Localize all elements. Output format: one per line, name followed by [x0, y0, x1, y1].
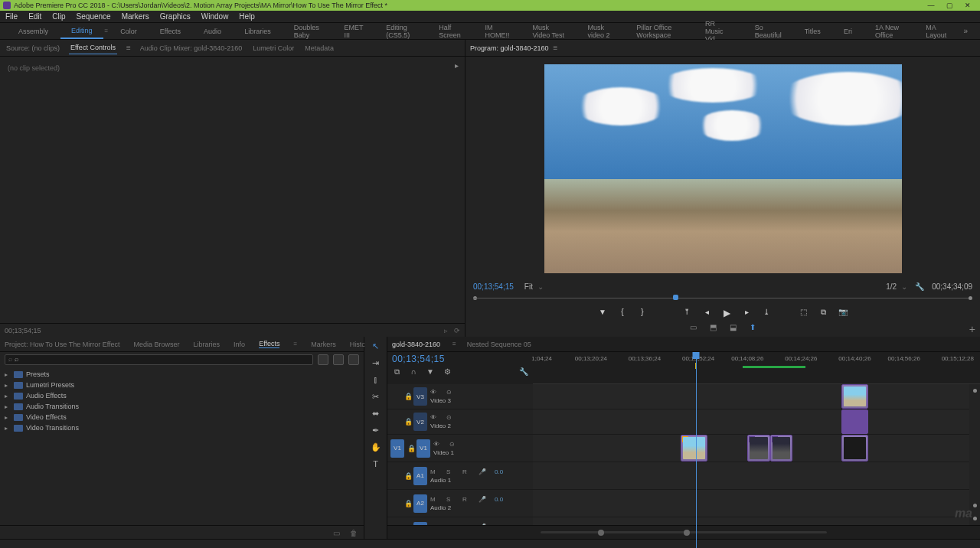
tab-markers-2[interactable]: Markers — [311, 341, 336, 348]
go-to-in-button[interactable]: ⤒ — [681, 308, 692, 318]
workspace-assembly[interactable]: Assembly — [8, 24, 59, 38]
maximize-button[interactable]: ▢ — [940, 2, 959, 9]
program-timecode[interactable]: 00;13;54;15 — [473, 282, 514, 291]
source-patch-v1[interactable]: V1 — [390, 439, 404, 458]
workspace-custom-4[interactable]: Half Screen — [428, 21, 472, 42]
lane-a2[interactable] — [533, 490, 980, 517]
mute-icon[interactable]: M — [430, 496, 439, 503]
solo-icon[interactable]: S — [446, 496, 456, 503]
lift-button[interactable]: ⬚ — [798, 308, 808, 318]
program-tab-menu-icon[interactable]: ≡ — [554, 44, 558, 52]
menu-window[interactable]: Window — [196, 11, 234, 22]
workspace-custom-1[interactable]: Doubles Baby — [283, 21, 332, 42]
lane-a3[interactable] — [533, 517, 980, 525]
timeline-clip[interactable] — [747, 435, 769, 462]
tab-effects-2[interactable]: Effects — [259, 340, 279, 348]
tab-lumetri[interactable]: Lumetri Color — [251, 42, 296, 54]
close-button[interactable]: ✕ — [959, 2, 977, 9]
timeline-clip[interactable] — [841, 435, 868, 462]
timeline-tab-sequence-1[interactable]: gold-3840-2160 — [392, 341, 440, 348]
tab-metadata[interactable]: Metadata — [303, 42, 335, 54]
workspace-custom-8[interactable]: Pillar Office Workspace — [626, 21, 693, 42]
effects-search-input[interactable]: ⌕ — [5, 354, 313, 365]
timeline-timecode[interactable]: 00;13;54;15 — [392, 354, 528, 364]
insert-button[interactable]: ⬒ — [707, 323, 718, 332]
workspace-menu-icon[interactable]: ≡ — [105, 28, 109, 34]
workspace-editing[interactable]: Editing — [60, 24, 103, 39]
track-select-tool[interactable]: ⇥ — [371, 358, 381, 369]
voiceover-icon[interactable]: 🎤 — [479, 468, 488, 475]
tab-media-browser[interactable]: Media Browser — [134, 341, 180, 348]
timeline-clip[interactable]: ! — [681, 435, 707, 462]
settings-wrench-icon[interactable]: 🔧 — [915, 282, 924, 291]
comparison-view-button[interactable]: ▭ — [688, 323, 698, 332]
workspace-custom-11[interactable]: Titles — [794, 24, 831, 38]
tab-menu-icon[interactable]: ≡ — [126, 44, 131, 52]
minimize-button[interactable]: — — [922, 2, 940, 9]
menu-clip[interactable]: Clip — [47, 11, 70, 22]
linked-selection-toggle[interactable]: ∩ — [409, 367, 418, 377]
extract-button[interactable]: ⧉ — [818, 308, 828, 318]
program-monitor-viewport[interactable] — [466, 57, 980, 281]
go-to-out-button[interactable]: ⤓ — [761, 308, 772, 318]
filter-accelerated-button[interactable] — [318, 354, 328, 365]
in-point-button[interactable]: { — [617, 308, 628, 318]
gutter-dot[interactable] — [973, 504, 977, 507]
step-forward-button[interactable]: ▸ — [741, 308, 752, 318]
timeline-clip[interactable] — [841, 409, 868, 434]
zoom-handle-right[interactable] — [684, 530, 690, 536]
toggle-output-icon[interactable]: 👁 — [433, 441, 443, 448]
menu-edit[interactable]: Edit — [23, 11, 47, 22]
gutter-dot[interactable] — [973, 389, 977, 393]
slip-tool[interactable]: ⬌ — [371, 409, 381, 419]
scrubber-track[interactable] — [473, 298, 972, 298]
add-marker-button[interactable]: ▼ — [426, 367, 435, 377]
effects-tab-menu-icon[interactable]: ≡ — [293, 341, 297, 347]
step-back-button[interactable]: ◂ — [701, 308, 712, 318]
workspace-custom-6[interactable]: Musk Video Test — [521, 21, 575, 42]
mute-icon[interactable]: M — [430, 468, 439, 475]
gutter-dot[interactable] — [973, 517, 977, 520]
track-lanes[interactable]: ! — [533, 384, 980, 525]
lane-v1[interactable]: ! — [533, 435, 980, 462]
menu-file[interactable]: File — [0, 11, 23, 22]
workspace-custom-7[interactable]: Musk video 2 — [577, 21, 624, 42]
tree-audio-transitions[interactable]: ▸Audio Transitions — [5, 401, 359, 412]
trash-icon[interactable]: 🗑 — [350, 529, 359, 537]
footer-icon-2[interactable]: ⟳ — [454, 327, 460, 334]
tree-presets[interactable]: ▸Presets — [5, 369, 359, 380]
chevron-down-icon[interactable]: ⌄ — [537, 282, 544, 291]
chevron-down-icon-2[interactable]: ⌄ — [901, 282, 907, 291]
play-button[interactable]: ▶ — [721, 308, 732, 318]
lane-a1[interactable] — [533, 462, 980, 490]
razor-tool[interactable]: ✂ — [371, 392, 381, 403]
scrubber-playhead[interactable] — [673, 295, 678, 300]
selection-tool[interactable]: ↖ — [371, 341, 381, 352]
lane-v3[interactable] — [533, 384, 980, 409]
menu-sequence[interactable]: Sequence — [71, 11, 116, 22]
timeline-wrench-icon[interactable]: 🔧 — [519, 367, 528, 377]
program-scrubber[interactable] — [473, 294, 972, 303]
marker-button[interactable]: ▼ — [597, 308, 608, 318]
timeline-settings-icon[interactable]: ⚙ — [443, 367, 452, 377]
filter-32bit-button[interactable] — [333, 354, 344, 365]
menu-markers[interactable]: Markers — [116, 11, 155, 22]
tree-lumetri-presets[interactable]: ▸Lumetri Presets — [5, 380, 359, 390]
expand-arrow-icon[interactable]: ▸ — [455, 61, 459, 70]
track-target-a2[interactable]: A2 — [413, 494, 427, 513]
playhead-marker[interactable] — [693, 352, 700, 359]
track-target-v3[interactable]: V3 — [413, 387, 427, 406]
resolution-dropdown[interactable]: 1/2 — [886, 282, 897, 291]
type-tool[interactable]: T — [371, 459, 381, 470]
voiceover-icon[interactable]: 🎤 — [479, 496, 488, 503]
tab-program[interactable]: Program: gold-3840-2160 — [470, 44, 549, 52]
tab-audio-mixer[interactable]: Audio Clip Mixer: gold-3840-2160 — [139, 42, 244, 54]
workspace-custom-3[interactable]: Editing (CS5.5) — [375, 21, 426, 42]
ripple-edit-tool[interactable]: ⫿ — [371, 375, 381, 386]
lock-icon[interactable]: 🔒 — [404, 393, 413, 400]
export-button[interactable]: ⬆ — [747, 323, 758, 332]
workspace-custom-14[interactable]: MA Layout — [915, 21, 957, 42]
record-icon[interactable]: R — [462, 496, 472, 503]
tree-video-transitions[interactable]: ▸Video Transitions — [5, 422, 359, 433]
sync-lock-icon[interactable]: ⊙ — [446, 389, 456, 396]
